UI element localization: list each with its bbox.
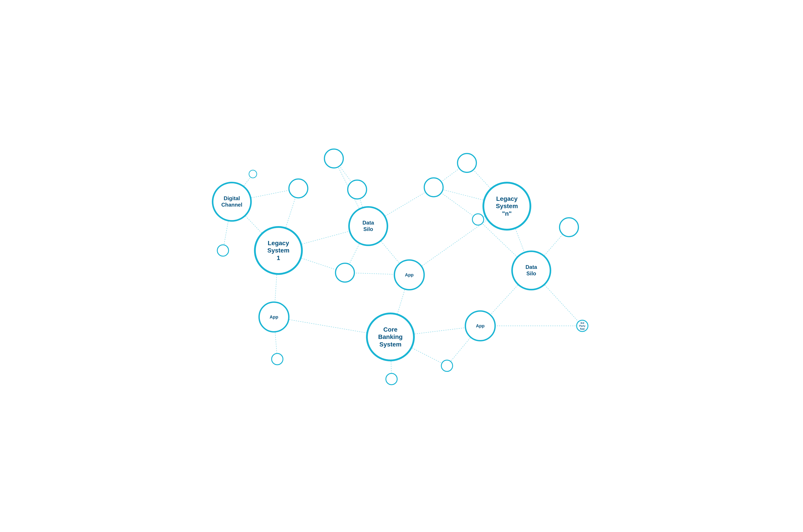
node-app2: App <box>394 259 425 290</box>
node-data-silo2: Data Silo <box>511 250 551 290</box>
node-label-legacy-n: Legacy System "n" <box>496 195 518 217</box>
node-small8 <box>424 177 444 197</box>
node-small9 <box>457 153 477 173</box>
node-data-silo1: Data Silo <box>348 206 388 246</box>
node-app1-small <box>271 353 284 365</box>
node-third-party: 3rd Party App <box>576 320 588 332</box>
node-label-app3: App <box>476 323 485 328</box>
node-core-banking: Core Banking System <box>366 312 415 361</box>
node-label-digital-channel: Digital Channel <box>221 195 242 208</box>
node-label-legacy1: Legacy System 1 <box>267 240 290 262</box>
node-small4 <box>347 179 367 200</box>
node-legacy1: Legacy System 1 <box>254 226 303 275</box>
node-label-data-silo1: Data Silo <box>363 220 374 232</box>
node-small12 <box>441 360 453 372</box>
node-label-app1: App <box>270 314 278 320</box>
node-label-app2: App <box>405 272 414 278</box>
network-diagram: Digital ChannelLegacy System 1AppData Si… <box>201 133 602 399</box>
node-legacy-n: Legacy System "n" <box>482 182 531 230</box>
node-small5 <box>324 149 344 169</box>
node-label-third-party: 3rd Party App <box>579 321 585 330</box>
node-app1: App <box>258 302 290 332</box>
node-digital-channel: Digital Channel <box>212 182 252 222</box>
node-small2 <box>288 178 308 198</box>
node-small3 <box>249 170 257 178</box>
node-small1 <box>217 245 229 257</box>
node-small11 <box>559 217 579 237</box>
node-label-core-banking: Core Banking System <box>378 326 403 348</box>
node-small10 <box>472 213 484 226</box>
node-small7 <box>385 373 398 385</box>
node-small6 <box>335 263 355 283</box>
node-label-data-silo2: Data Silo <box>526 264 537 277</box>
node-app3: App <box>465 310 496 341</box>
